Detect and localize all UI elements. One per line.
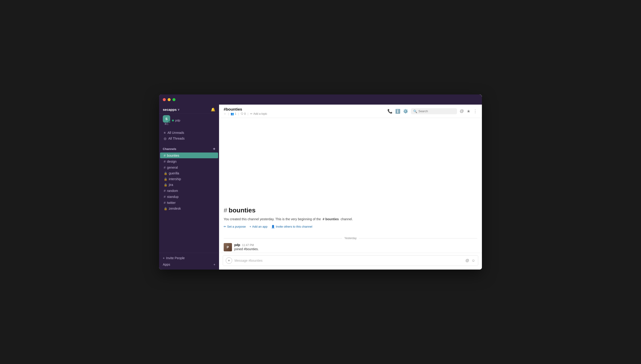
sidebar: secapps ∨ 🔔 S ⌘1 pdp ≡ All Unreads [159, 94, 219, 270]
emoji-icon[interactable]: ☺ [472, 258, 475, 263]
channel-header-right: 📞 ℹ️ ⚙️ 🔍 @ ★ ⋮ [387, 108, 477, 114]
message-input-box: + @ ☺ [223, 255, 478, 266]
more-icon[interactable]: ⋮ [473, 109, 477, 114]
add-topic-button[interactable]: ✏ Add a topic [250, 112, 267, 116]
user-status: pdp [172, 119, 180, 122]
search-input[interactable] [419, 110, 455, 113]
lock-icon: 🔒 [164, 178, 167, 181]
divider-line-left [224, 238, 342, 238]
sidebar-item-design[interactable]: # design [160, 158, 218, 164]
add-channel-button[interactable]: + [213, 146, 215, 151]
apps-add-icon: + [213, 263, 215, 266]
attach-button[interactable]: + [226, 257, 232, 264]
channels-list: # bounties # design # general 🔒 guerilla… [159, 152, 219, 212]
main-content: #bounties ☆ | 👥 1 | 🗨 0 | [219, 94, 482, 270]
hash-icon: # [164, 154, 166, 157]
plus-icon: + [163, 256, 165, 260]
lock-icon: 🔒 [164, 172, 167, 175]
sidebar-nav: ≡ All Unreads ◎ All Threads [159, 128, 219, 143]
channel-big-title: # bounties [224, 207, 477, 214]
channel-intro: # bounties You created this channel yest… [224, 118, 477, 233]
sidebar-bottom: + Invite People Apps + [159, 253, 219, 270]
sidebar-item-intership[interactable]: 🔒 intership [160, 176, 218, 182]
sidebar-item-random[interactable]: # random [160, 188, 218, 194]
message-username: pdp [234, 243, 240, 247]
hash-icon: # [164, 166, 166, 169]
avatar: P [224, 243, 232, 251]
members-count: 👥 1 [231, 112, 236, 116]
at-mention-icon[interactable]: @ [465, 258, 469, 263]
input-actions: @ ☺ [465, 258, 475, 263]
threads-count: 🗨 0 [241, 112, 246, 116]
sidebar-item-all-threads[interactable]: ◎ All Threads [160, 136, 218, 141]
message-text: joined #bounties. [234, 247, 477, 251]
channel-description: You created this channel yesterday. This… [224, 217, 477, 222]
hash-icon: # [164, 195, 166, 198]
workspace-chevron-icon: ∨ [178, 108, 180, 111]
user-area: S ⌘1 pdp [159, 114, 219, 128]
channel-name-ref: # bounties [323, 217, 339, 221]
minimize-button[interactable] [168, 98, 171, 101]
channel-body: # bounties You created this channel yest… [219, 118, 482, 253]
star-icon[interactable]: ★ [467, 109, 470, 114]
threads-icon: 🗨 [241, 112, 243, 116]
phone-icon[interactable]: 📞 [387, 109, 393, 114]
members-icon: 👥 [231, 112, 234, 116]
sidebar-item-jira[interactable]: 🔒 jira [160, 182, 218, 188]
sidebar-item-guerilla[interactable]: 🔒 guerilla [160, 170, 218, 176]
channels-section-header: Channels + [159, 143, 219, 152]
star-button[interactable]: ☆ [224, 112, 226, 116]
message-input[interactable] [234, 259, 463, 262]
person-icon: 👤 [271, 225, 275, 228]
sidebar-item-general[interactable]: # general [160, 164, 218, 170]
pencil-icon: ✏ [224, 225, 226, 228]
pencil-icon: ✏ [250, 112, 252, 116]
channel-header-left: #bounties ☆ | 👥 1 | 🗨 0 | [224, 107, 267, 116]
sidebar-item-twitter[interactable]: # twitter [160, 200, 218, 206]
big-hash-icon: # [224, 207, 227, 214]
maximize-button[interactable] [172, 98, 175, 101]
date-divider: Yesterday [224, 233, 477, 242]
hash-icon: # [164, 160, 166, 163]
add-app-link[interactable]: + Add an app [249, 225, 267, 228]
message-header: pdp 11:47 PM [234, 243, 477, 247]
search-box[interactable]: 🔍 [411, 108, 457, 114]
settings-icon[interactable]: ⚙️ [403, 109, 408, 114]
online-status-badge [169, 121, 171, 123]
menu-icon: ≡ [164, 131, 166, 134]
channel-title: #bounties [224, 107, 267, 112]
plus-icon: + [228, 258, 230, 263]
sidebar-item-zendesk[interactable]: 🔒 zendesk [160, 206, 218, 211]
sidebar-header: secapps ∨ 🔔 [159, 104, 219, 114]
workspace-name[interactable]: secapps ∨ [163, 108, 180, 112]
message-body: pdp 11:47 PM joined #bounties. [234, 243, 477, 251]
message-row: P pdp 11:47 PM joined #bounties. [224, 242, 477, 253]
avatar-image: P [224, 243, 232, 251]
apps-item[interactable]: Apps + [159, 261, 219, 268]
channel-actions: ✏ Set a purpose + Add an app 👤 Invite ot… [224, 225, 477, 228]
search-icon: 🔍 [413, 110, 417, 113]
plus-icon: + [249, 225, 251, 228]
invite-people-button[interactable]: + Invite People [159, 255, 219, 261]
at-icon[interactable]: @ [460, 109, 464, 114]
sidebar-item-all-unreads[interactable]: ≡ All Unreads [160, 130, 218, 136]
notification-bell-icon[interactable]: 🔔 [211, 107, 215, 112]
sidebar-item-standup[interactable]: # standup [160, 194, 218, 200]
threads-icon: ◎ [164, 136, 166, 140]
lock-icon: 🔒 [164, 183, 167, 186]
hash-icon: # [164, 189, 166, 192]
shortcut-label: ⌘1 [164, 122, 168, 126]
status-online-dot [172, 120, 174, 122]
invite-others-link[interactable]: 👤 Invite others to this channel [271, 225, 312, 228]
window-controls [163, 98, 175, 101]
info-icon[interactable]: ℹ️ [395, 109, 400, 114]
hash-icon: # [164, 201, 166, 204]
titlebar [159, 94, 482, 104]
message-input-area: + @ ☺ [219, 253, 482, 270]
lock-icon: 🔒 [164, 207, 167, 210]
avatar[interactable]: S [163, 115, 170, 122]
channel-meta: ☆ | 👥 1 | 🗨 0 | ✏ Add a topic [224, 112, 267, 116]
sidebar-item-bounties[interactable]: # bounties [160, 152, 218, 158]
set-purpose-link[interactable]: ✏ Set a purpose [224, 225, 246, 228]
close-button[interactable] [163, 98, 166, 101]
